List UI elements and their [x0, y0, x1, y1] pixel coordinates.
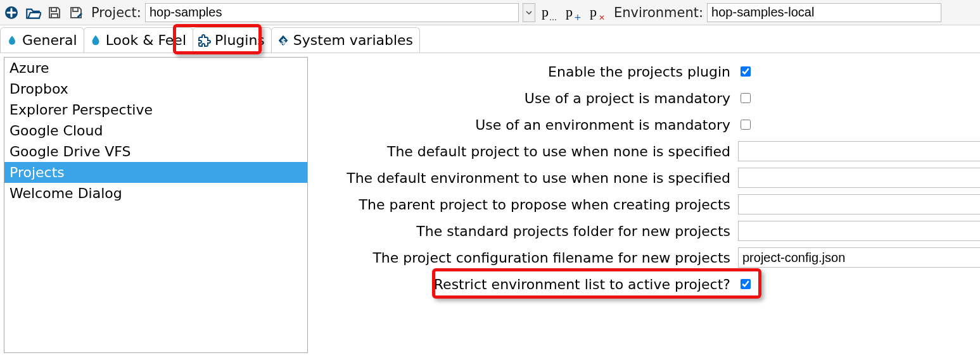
form-row: The default environment to use when none… [312, 164, 980, 191]
open-icon[interactable] [24, 4, 42, 22]
environment-label: Environment: [614, 5, 703, 20]
form-input[interactable] [738, 194, 980, 214]
save-icon[interactable] [46, 4, 63, 22]
tab-label: Look & Feel [106, 32, 186, 48]
list-item[interactable]: Google Drive VFS [4, 141, 307, 162]
form-row: The project configuration filename for n… [312, 244, 980, 271]
project-delete-icon[interactable]: p✕ [587, 3, 608, 23]
svg-text:p: p [566, 4, 573, 20]
dollar-icon: $ [276, 33, 291, 48]
droplet-icon [88, 33, 103, 48]
svg-text:✕: ✕ [599, 13, 605, 22]
project-input[interactable] [145, 3, 519, 22]
svg-rect-1 [51, 8, 56, 11]
form-label: The parent project to propose when creat… [312, 197, 733, 213]
tab-label: General [22, 32, 77, 48]
tab-label: System variables [293, 32, 413, 48]
project-label: Project: [91, 5, 141, 20]
form-label: Enable the projects plugin [312, 64, 733, 80]
tab-system-variables[interactable]: $ System variables [271, 27, 420, 53]
svg-text:+: + [574, 12, 582, 22]
form-input[interactable] [738, 141, 980, 161]
list-item[interactable]: Explorer Perspective [4, 99, 307, 120]
form-checkbox[interactable] [741, 279, 751, 289]
list-item[interactable]: Welcome Dialog [4, 183, 307, 204]
environment-input[interactable] [707, 3, 941, 22]
form-checkbox[interactable] [741, 120, 751, 130]
project-dropdown-button[interactable] [523, 3, 535, 22]
form-row: The default project to use when none is … [312, 138, 980, 164]
plugin-list[interactable]: AzureDropboxExplorer PerspectiveGoogle C… [4, 57, 308, 353]
svg-rect-2 [51, 14, 58, 18]
list-item[interactable]: Google Cloud [4, 120, 307, 141]
puzzle-icon [197, 33, 212, 48]
svg-text:p: p [590, 4, 597, 20]
form-label: Use of an environment is mandatory [312, 117, 733, 133]
form-label: The default environment to use when none… [312, 170, 733, 186]
form-row: Use of a project is mandatory [312, 85, 980, 111]
tab-look-and-feel[interactable]: Look & Feel [84, 27, 193, 53]
tab-label: Plugins [215, 32, 265, 48]
project-edit-icon[interactable]: p… [539, 3, 559, 23]
form-label: Restrict environment list to active proj… [312, 276, 733, 292]
form-input[interactable] [738, 221, 980, 241]
svg-text:$: $ [281, 36, 286, 45]
form-row: The parent project to propose when creat… [312, 191, 980, 218]
svg-text:p: p [542, 4, 549, 20]
new-icon[interactable] [3, 4, 20, 22]
form-input[interactable] [738, 168, 980, 188]
form-input[interactable] [738, 247, 980, 268]
form-label: The project configuration filename for n… [312, 250, 733, 266]
list-item[interactable]: Azure [4, 58, 307, 78]
list-item[interactable]: Dropbox [4, 78, 307, 99]
form-label: Use of a project is mandatory [312, 90, 733, 106]
tab-plugins[interactable]: Plugins [193, 27, 272, 53]
form-label: The default project to use when none is … [312, 144, 733, 159]
form-row: Use of an environment is mandatory [312, 111, 980, 138]
form-label: The standard projects folder for new pro… [312, 223, 733, 239]
form-checkbox[interactable] [741, 93, 751, 103]
save-as-icon[interactable] [67, 4, 85, 22]
svg-rect-3 [73, 8, 78, 11]
form-row: The standard projects folder for new pro… [312, 218, 980, 244]
project-add-icon[interactable]: p+ [563, 3, 583, 23]
svg-text:…: … [549, 13, 557, 22]
content-area: AzureDropboxExplorer PerspectiveGoogle C… [0, 53, 980, 357]
droplet-icon [4, 33, 20, 48]
preferences-tabs: General Look & Feel Plugins $ System var… [0, 25, 980, 53]
list-item[interactable]: Projects [4, 162, 307, 183]
form-checkbox[interactable] [741, 66, 751, 77]
tab-general[interactable]: General [0, 27, 84, 53]
plugin-settings-form: Enable the projects pluginUse of a proje… [312, 53, 980, 357]
form-row: Enable the projects plugin [312, 58, 980, 85]
main-toolbar: Project: p… p+ p✕ Environment: [0, 0, 980, 25]
form-row: Restrict environment list to active proj… [312, 271, 980, 297]
